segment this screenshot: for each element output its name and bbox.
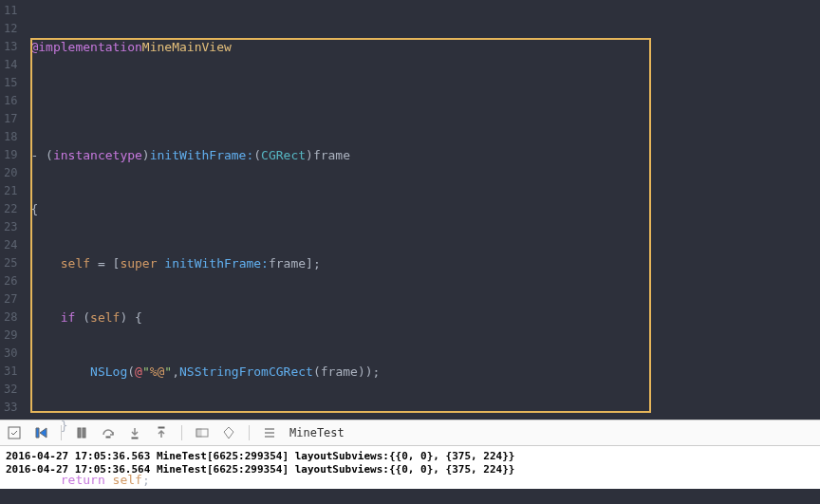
line-number: 13 [4, 38, 17, 56]
line-number: 32 [4, 381, 17, 399]
svg-rect-0 [9, 427, 20, 439]
line-number: 30 [4, 345, 17, 363]
line-number: 15 [4, 74, 17, 92]
line-gutter: 11 12 13 14 15 16 17 18 19 20 21 22 23 2… [0, 0, 25, 420]
line-number: 21 [4, 182, 17, 200]
line-number: 29 [4, 327, 17, 345]
line-number: 18 [4, 128, 17, 146]
line-number: 11 [4, 2, 17, 20]
code-line [30, 92, 814, 110]
line-number: 23 [4, 218, 17, 236]
code-line: return self; [30, 471, 814, 489]
code-area[interactable]: @implementation MineMainView - (instance… [25, 0, 820, 420]
line-number: 27 [4, 290, 17, 308]
code-line: @implementation MineMainView [30, 38, 814, 56]
code-line: } [30, 417, 814, 435]
line-number: 28 [4, 308, 17, 327]
line-number: 17 [4, 110, 17, 128]
code-line: { [30, 200, 814, 218]
line-number: 26 [4, 272, 17, 290]
code-line: - (instancetype)initWithFrame:(CGRect)fr… [30, 146, 814, 164]
line-number: 24 [4, 236, 17, 254]
line-number: 20 [4, 164, 17, 182]
line-number: 33 [4, 399, 17, 417]
code-line: self = [super initWithFrame:frame]; [30, 254, 814, 272]
line-number: 19 [4, 146, 17, 164]
code-line: NSLog(@"%@",NSStringFromCGRect(frame)); [30, 363, 814, 381]
line-number: 31 [4, 363, 17, 381]
line-number: 16 [4, 92, 17, 110]
code-line: if (self) { [30, 308, 814, 327]
line-number: 25 [4, 254, 17, 272]
line-number: 14 [4, 56, 17, 74]
toggle-debugger-icon[interactable] [8, 426, 21, 439]
line-number: 12 [4, 20, 17, 38]
line-number: 22 [4, 200, 17, 218]
code-editor: 11 12 13 14 15 16 17 18 19 20 21 22 23 2… [0, 0, 820, 420]
